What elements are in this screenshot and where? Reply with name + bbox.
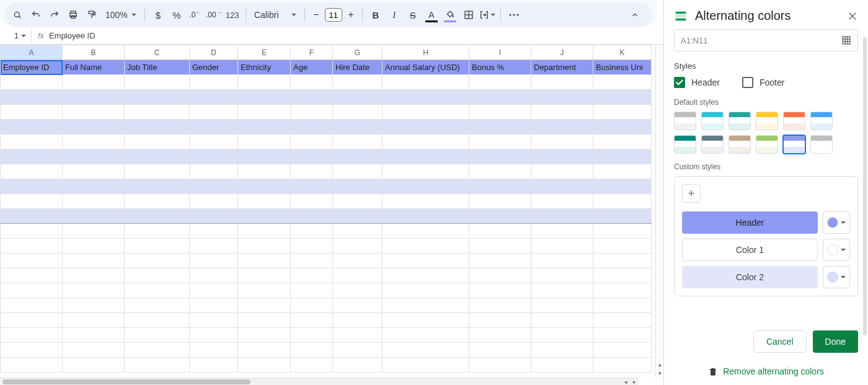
- cell[interactable]: [383, 120, 469, 135]
- bold-icon[interactable]: B: [367, 6, 384, 24]
- cell[interactable]: [190, 224, 238, 239]
- cell[interactable]: [63, 328, 125, 343]
- cell[interactable]: [63, 179, 125, 194]
- cell[interactable]: [531, 358, 593, 373]
- cell[interactable]: [1, 90, 63, 105]
- cell[interactable]: [125, 164, 190, 179]
- cell[interactable]: [531, 224, 593, 239]
- cell[interactable]: [125, 343, 190, 358]
- cell[interactable]: [469, 283, 531, 298]
- cell[interactable]: [291, 105, 333, 120]
- cell[interactable]: [63, 149, 125, 164]
- cell[interactable]: [531, 120, 593, 135]
- cell[interactable]: [383, 328, 469, 343]
- cell[interactable]: [190, 105, 238, 120]
- redo-icon[interactable]: [46, 6, 63, 24]
- cell[interactable]: [125, 358, 190, 373]
- cell[interactable]: [531, 135, 593, 149]
- cell[interactable]: [63, 164, 125, 179]
- cell[interactable]: [593, 239, 652, 254]
- cell[interactable]: [593, 313, 652, 328]
- cell[interactable]: [238, 328, 291, 343]
- cell[interactable]: [63, 209, 125, 224]
- scroll-thumb[interactable]: [2, 379, 250, 384]
- cell[interactable]: [238, 358, 291, 373]
- cell[interactable]: [125, 239, 190, 254]
- panel-scrollbar[interactable]: [863, 37, 867, 335]
- cell[interactable]: [383, 75, 469, 90]
- style-swatch[interactable]: [756, 112, 778, 130]
- cell[interactable]: [190, 149, 238, 164]
- increase-decimal-icon[interactable]: .00→: [205, 6, 223, 24]
- cell[interactable]: [63, 120, 125, 135]
- cell[interactable]: [383, 358, 469, 373]
- header-cell[interactable]: Bonus %: [469, 60, 531, 75]
- cell[interactable]: [593, 149, 652, 164]
- header-cell[interactable]: Full Name: [63, 60, 125, 75]
- cell[interactable]: [1, 120, 63, 135]
- cell[interactable]: [125, 149, 190, 164]
- cell[interactable]: [238, 268, 291, 283]
- cell[interactable]: [125, 209, 190, 224]
- cell[interactable]: [125, 194, 190, 209]
- column-header[interactable]: F: [291, 45, 333, 60]
- cell[interactable]: [333, 120, 383, 135]
- style-swatch[interactable]: [701, 135, 724, 154]
- cell[interactable]: [593, 298, 652, 313]
- cell[interactable]: [125, 90, 190, 105]
- cell[interactable]: [291, 224, 333, 239]
- cell[interactable]: [1, 254, 63, 268]
- cell[interactable]: [333, 75, 383, 90]
- cell[interactable]: [333, 105, 383, 120]
- cell[interactable]: [333, 343, 383, 358]
- cell[interactable]: [593, 105, 652, 120]
- cell[interactable]: [238, 313, 291, 328]
- cell[interactable]: [469, 343, 531, 358]
- cell[interactable]: [1, 298, 63, 313]
- spreadsheet-grid[interactable]: ABCDEFGHIJKEmployee IDFull NameJob Title…: [0, 45, 652, 373]
- formula-value[interactable]: Employee ID: [49, 31, 95, 40]
- cell[interactable]: [291, 358, 333, 373]
- cell[interactable]: [1, 268, 63, 283]
- search-menu-icon[interactable]: [9, 6, 26, 24]
- header-cell[interactable]: Ethnicity: [238, 60, 291, 75]
- column-header[interactable]: G: [333, 45, 383, 60]
- cell[interactable]: [1, 224, 63, 239]
- cell[interactable]: [190, 179, 238, 194]
- column-header[interactable]: C: [125, 45, 190, 60]
- header-cell[interactable]: Hire Date: [333, 60, 383, 75]
- cell[interactable]: [531, 90, 593, 105]
- cell[interactable]: [190, 194, 238, 209]
- cell[interactable]: [593, 179, 652, 194]
- style-swatch[interactable]: [810, 135, 833, 154]
- cell[interactable]: [593, 343, 652, 358]
- decrease-decimal-icon[interactable]: .0←: [187, 6, 204, 24]
- scroll-right-icon[interactable]: ▸: [630, 378, 639, 385]
- italic-icon[interactable]: I: [386, 6, 403, 24]
- color1-picker[interactable]: [823, 239, 850, 261]
- cell[interactable]: [63, 194, 125, 209]
- column-header[interactable]: B: [63, 45, 125, 60]
- cell[interactable]: [1, 179, 63, 194]
- grid-select-icon[interactable]: [841, 35, 851, 45]
- cell[interactable]: [333, 194, 383, 209]
- cell[interactable]: [531, 75, 593, 90]
- cell[interactable]: [63, 239, 125, 254]
- cell[interactable]: [63, 313, 125, 328]
- cell[interactable]: [469, 254, 531, 268]
- cell[interactable]: [469, 120, 531, 135]
- cell[interactable]: [1, 313, 63, 328]
- cell[interactable]: [469, 75, 531, 90]
- cell[interactable]: [238, 209, 291, 224]
- vertical-scrollbar[interactable]: ▴ ▾: [655, 45, 663, 378]
- cell[interactable]: [531, 343, 593, 358]
- name-box[interactable]: 1: [0, 31, 30, 40]
- cell[interactable]: [1, 194, 63, 209]
- cell[interactable]: [593, 120, 652, 135]
- cell[interactable]: [1, 283, 63, 298]
- cancel-button[interactable]: Cancel: [753, 330, 807, 353]
- undo-icon[interactable]: [27, 6, 45, 24]
- increase-font-icon[interactable]: +: [344, 8, 358, 22]
- style-swatch[interactable]: [783, 135, 805, 154]
- scroll-left-icon[interactable]: ◂: [621, 378, 630, 385]
